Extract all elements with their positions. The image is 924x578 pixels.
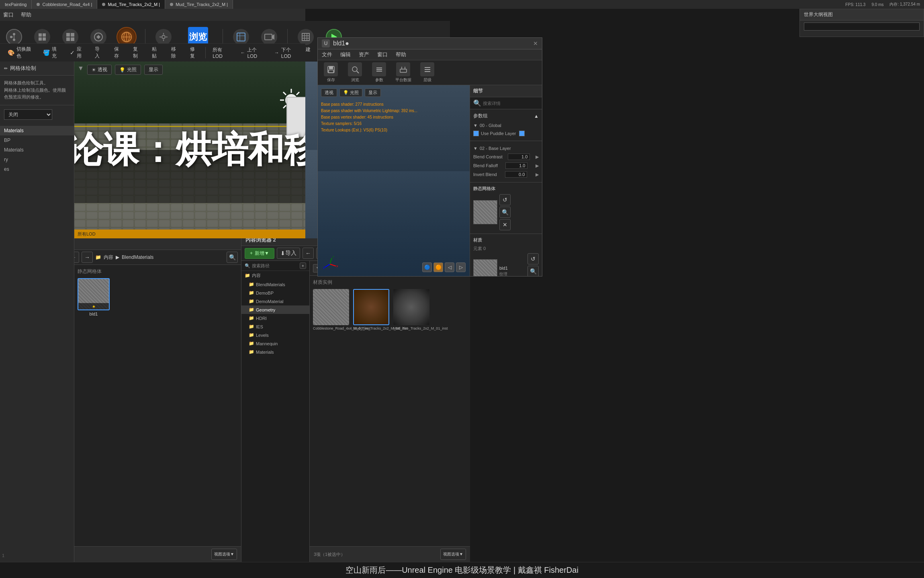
- bld1-btn-browse[interactable]: 浏览: [346, 62, 364, 83]
- bld1-nav-btn-1[interactable]: 🔵: [422, 262, 432, 272]
- left-list-item-5[interactable]: es: [0, 164, 74, 174]
- world-outliner-search-input[interactable]: [804, 23, 920, 31]
- cb2-tree-levels[interactable]: 📁 Levels: [241, 331, 309, 339]
- btn-prev-lod[interactable]: ← 上个LOD: [237, 45, 267, 61]
- cb2-item-mud2[interactable]: Mud_Tire_Tracks_2x2_M_01_inst: [393, 289, 429, 330]
- bld1-btn-save[interactable]: 保存: [322, 62, 340, 83]
- viewport-controls: ▼ ☀ 透视 💡 光照 显示: [78, 65, 163, 75]
- bld1-show-btn[interactable]: 显示: [365, 88, 381, 97]
- svg-rect-49: [400, 69, 407, 72]
- apply-label: 应用: [77, 46, 84, 59]
- cb2-tree-hdri[interactable]: 📁 HDRI: [241, 314, 309, 322]
- puddle-checkbox[interactable]: [473, 131, 479, 136]
- left-list-item-3[interactable]: Materials: [0, 145, 74, 155]
- bld1-params-header[interactable]: 参数组 ▲: [473, 113, 539, 119]
- left-list-item-1[interactable]: Materials: [0, 126, 74, 135]
- btn-remove[interactable]: 移除: [168, 44, 183, 61]
- cb1-folder-icon: 📁: [95, 254, 101, 260]
- tab-mud2[interactable]: Mud_Tire_Tracks_2x2_M |: [165, 0, 233, 9]
- bld1-btn-platform[interactable]: 平台数据: [394, 62, 412, 83]
- btn-copy[interactable]: 复制: [129, 44, 145, 61]
- btn-save[interactable]: 保存: [110, 44, 126, 61]
- cb1-search-nav-icon[interactable]: 🔍: [227, 252, 238, 263]
- btn-fill[interactable]: 🪣 填充: [39, 44, 63, 61]
- left-list-item-2[interactable]: BP: [0, 135, 74, 145]
- app-title: texPainting: [5, 2, 27, 7]
- stat-1: Base pass shader: 277 instructions: [321, 101, 417, 108]
- cb2-tree-demomat[interactable]: 📁 DemoMaterial: [241, 297, 309, 305]
- cb1-item-bld1[interactable]: ★ bld1: [78, 278, 110, 316]
- desc-line2: 网格体上绘制顶点颜色。使用颜色预览应用的修改。: [4, 87, 70, 101]
- bld1-btn-params[interactable]: 参数: [370, 62, 388, 83]
- left-list-item-4[interactable]: ry: [0, 155, 74, 164]
- all-lod-label: 所有LOD: [213, 47, 230, 59]
- bld1-menu-asset[interactable]: 资产: [359, 51, 369, 58]
- bld1-menu-window[interactable]: 窗口: [377, 51, 388, 58]
- btn-import[interactable]: 导入: [91, 44, 107, 61]
- btn-apply[interactable]: ✓ 应用: [66, 44, 88, 61]
- blend-falloff-input[interactable]: [505, 162, 527, 169]
- tab-cobblestone[interactable]: Cobblestone_Road_4x4 |: [32, 0, 97, 9]
- cb2-tree-blend[interactable]: 📁 BlendMaterials: [241, 280, 309, 289]
- viewport-perspective-btn[interactable]: ☀ 透视: [87, 65, 112, 75]
- blend-contrast-input[interactable]: [508, 154, 530, 160]
- bld1-params-label: 参数: [375, 77, 383, 83]
- bld1-mat-btn-browse[interactable]: 🔍: [527, 266, 539, 276]
- bld1-lighting-btn[interactable]: 💡 光照: [339, 88, 362, 97]
- tab-app[interactable]: texPainting: [0, 0, 32, 9]
- btn-fix[interactable]: 修复: [186, 44, 202, 61]
- bld1-show-label: 显示: [368, 90, 377, 96]
- cb2-import-btn[interactable]: ⬇ 导入: [277, 248, 300, 259]
- cb2-item-cobble[interactable]: Cobblestone_Road_4x4_M_00_inst: [313, 289, 349, 330]
- cb2-tree-demobp[interactable]: 📁 DemoBP: [241, 289, 309, 297]
- svg-line-40: [283, 105, 286, 108]
- bld1-nav-btn-2[interactable]: 🟠: [433, 262, 443, 272]
- cb2-add-btn[interactable]: + 新增▼: [245, 248, 274, 259]
- cb2-back-btn[interactable]: ←: [303, 248, 314, 259]
- btn-paste[interactable]: 粘贴: [148, 44, 164, 61]
- cb2-path-add-btn[interactable]: +: [300, 262, 306, 269]
- bld1-mesh-btn-refresh[interactable]: ↺: [499, 194, 511, 205]
- viewport-expand-btn[interactable]: ▼: [78, 65, 84, 75]
- bld1-mesh-btn-clear[interactable]: ✕: [499, 219, 511, 230]
- cb2-tree-materials[interactable]: 📁 Materials: [241, 348, 309, 356]
- blend-contrast-arrow: ▶: [536, 154, 539, 160]
- btn-all-lod[interactable]: 所有LOD: [209, 45, 233, 61]
- bld1-nav-btn-3[interactable]: ◁: [445, 262, 454, 272]
- viewport-lighting-btn[interactable]: 💡 光照: [115, 65, 141, 75]
- bld1-static-mesh-section: 静态网格体 ↺ 🔍 ✕: [470, 182, 542, 234]
- tab-mud1[interactable]: Mud_Tire_Tracks_2x2_M |: [97, 0, 165, 9]
- cb1-view-options-btn[interactable]: 视图选项▼: [211, 549, 237, 560]
- bld1-close-btn[interactable]: ✕: [533, 40, 538, 47]
- bld1-mesh-btn-browse[interactable]: 🔍: [499, 207, 511, 218]
- bld1-perspective-btn[interactable]: 透视: [321, 88, 337, 97]
- bld1-menu-edit[interactable]: 编辑: [340, 51, 351, 58]
- cb2-item-mud1[interactable]: Mud_Tire_Tracks_2x2_M_00_inst: [353, 289, 389, 330]
- bld1-nav-btn-4[interactable]: ▷: [456, 262, 466, 272]
- cb2-tree-demomat-label: DemoMaterial: [256, 299, 283, 304]
- cb2-tree-content[interactable]: 📁 内容: [241, 271, 309, 280]
- bld1-search-input[interactable]: [483, 101, 539, 106]
- btn-next-lod[interactable]: → 下个LOD: [271, 45, 301, 61]
- bld1-invert-blend-row: Invert Blend ▶: [473, 170, 539, 179]
- bld1-viewport[interactable]: Base pass shader: 277 instructions Base …: [318, 85, 470, 276]
- cb2-tree-mannequin[interactable]: 📁 Mannequin: [241, 339, 309, 348]
- svg-rect-7: [39, 37, 42, 41]
- cb2-view-options-btn[interactable]: 视图选项▼: [440, 549, 466, 560]
- cb2-tree-geometry[interactable]: 📁 Geometry: [241, 305, 309, 314]
- bld1-menu-help[interactable]: 帮助: [396, 51, 406, 58]
- bld1-menu-file[interactable]: 文件: [322, 51, 332, 58]
- left-panel-select-container: 关闭: [4, 109, 70, 120]
- cb2-tree-ies[interactable]: 📁 IES: [241, 322, 309, 331]
- btn-swap-color[interactable]: 🎨 切换颜色: [4, 44, 36, 61]
- puddle-color-swatch[interactable]: [519, 131, 525, 136]
- invert-blend-input[interactable]: [505, 171, 527, 178]
- menu-window[interactable]: 窗口: [3, 11, 14, 18]
- bld1-mat-btn-refresh[interactable]: ↺: [527, 253, 539, 264]
- cb1-forward-btn[interactable]: →: [82, 252, 93, 263]
- mode-select[interactable]: 关闭: [4, 109, 52, 120]
- viewport-show-btn[interactable]: 显示: [144, 65, 163, 75]
- menu-help[interactable]: 帮助: [21, 11, 31, 18]
- bld1-btn-levels[interactable]: 层级: [418, 62, 436, 83]
- bld1-platform-label: 平台数据: [395, 77, 411, 83]
